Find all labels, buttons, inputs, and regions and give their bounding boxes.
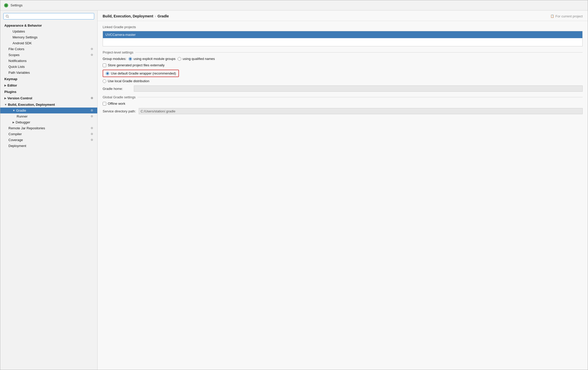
sidebar-item-scopes[interactable]: Scopes ⚙ xyxy=(0,52,97,58)
sidebar-item-notifications[interactable]: Notifications xyxy=(0,58,97,64)
main-header: Build, Execution, Deployment › Gradle 📋 … xyxy=(98,10,588,21)
store-files-text: Store generated project files externally xyxy=(108,63,165,67)
linked-projects-label: Linked Gradle projects xyxy=(103,25,583,29)
group-modules-row: Group modules: using explicit module gro… xyxy=(103,57,583,61)
sidebar-item-compiler[interactable]: Compiler ⚙ xyxy=(0,131,97,137)
gradle-home-row: Gradle home: xyxy=(103,86,583,92)
breadcrumb: Build, Execution, Deployment › Gradle xyxy=(103,14,169,18)
local-gradle-radio-input[interactable] xyxy=(103,79,106,83)
offline-checkbox[interactable] xyxy=(103,102,106,105)
sidebar-item-deployment[interactable]: Deployment xyxy=(0,143,97,149)
sidebar-item-memory-settings[interactable]: Memory Settings xyxy=(0,34,97,40)
breadcrumb-current: Gradle xyxy=(157,14,169,18)
sidebar-item-android-sdk[interactable]: Android SDK xyxy=(0,40,97,46)
search-icon xyxy=(6,15,9,18)
wrapper-radio-input[interactable] xyxy=(106,72,109,75)
radio-qualified-text: using qualified names xyxy=(183,57,215,61)
service-path-row: Service directory path: xyxy=(103,108,583,114)
gradle-home-input[interactable] xyxy=(134,86,583,92)
sidebar-item-coverage[interactable]: Coverage ⚙ xyxy=(0,137,97,143)
build-chevron-icon: ▼ xyxy=(4,103,7,106)
group-modules-label: Group modules: xyxy=(103,57,126,61)
wrapper-highlighted-row: Use default Gradle wrapper (recommended) xyxy=(103,70,179,77)
coverage-config-icon: ⚙ xyxy=(91,138,93,142)
radio-qualified-label[interactable]: using qualified names xyxy=(178,57,215,61)
linked-projects-box: UVCCamera-master xyxy=(103,31,583,46)
offline-row: Offline work xyxy=(103,102,583,105)
radio-explicit-text: using explicit module groups xyxy=(134,57,176,61)
settings-window: Settings Appearance & Behavior Updates M… xyxy=(0,0,588,370)
global-settings-label: Global Gradle settings xyxy=(103,95,583,99)
sidebar-section-version-control[interactable]: ▶ Version Control ⚙ xyxy=(0,95,97,101)
wrapper-radio-label[interactable]: Use default Gradle wrapper (recommended) xyxy=(106,71,176,75)
version-control-chevron-icon: ▶ xyxy=(4,97,6,100)
offline-text: Offline work xyxy=(108,102,125,105)
runner-config-icon: ⚙ xyxy=(91,115,93,118)
breadcrumb-parent: Build, Execution, Deployment xyxy=(103,14,153,18)
svg-line-3 xyxy=(8,17,9,18)
remote-jar-config-icon: ⚙ xyxy=(91,126,93,130)
sidebar-item-updates[interactable]: Updates xyxy=(0,28,97,34)
file-colors-config-icon: ⚙ xyxy=(91,47,93,51)
scopes-config-icon: ⚙ xyxy=(91,53,93,57)
main-panel: Build, Execution, Deployment › Gradle 📋 … xyxy=(98,10,588,370)
local-gradle-label[interactable]: Use local Gradle distribution xyxy=(103,79,149,83)
local-gradle-text: Use local Gradle distribution xyxy=(108,79,149,83)
service-path-input[interactable] xyxy=(139,108,583,114)
svg-point-1 xyxy=(5,4,7,6)
linked-project-item[interactable]: UVCCamera-master xyxy=(103,31,582,38)
service-path-label: Service directory path: xyxy=(103,109,136,113)
main-content: Linked Gradle projects UVCCamera-master … xyxy=(98,21,588,370)
compiler-config-icon: ⚙ xyxy=(91,132,93,136)
debugger-chevron-icon: ▶ xyxy=(13,121,15,124)
sidebar-item-path-variables[interactable]: Path Variables xyxy=(0,70,97,76)
sidebar-section-build[interactable]: ▼ Build, Execution, Deployment xyxy=(0,101,97,108)
sidebar-section-plugins[interactable]: Plugins xyxy=(0,88,97,95)
gradle-config-icon: ⚙ xyxy=(91,109,93,112)
sidebar-section-editor[interactable]: ▶ Editor xyxy=(0,82,97,88)
sidebar-section-appearance: Appearance & Behavior xyxy=(0,22,97,28)
store-files-row: Store generated project files externally xyxy=(103,63,583,67)
offline-label[interactable]: Offline work xyxy=(103,102,125,105)
sidebar-item-file-colors[interactable]: File Colors ⚙ xyxy=(0,46,97,52)
for-current-project: 📋 For current project xyxy=(550,14,583,18)
store-files-checkbox[interactable] xyxy=(103,64,106,67)
sidebar-item-quick-lists[interactable]: Quick Lists xyxy=(0,64,97,70)
version-control-config-icon: ⚙ xyxy=(91,97,93,100)
titlebar: Settings xyxy=(0,0,588,10)
sidebar: Appearance & Behavior Updates Memory Set… xyxy=(0,10,98,370)
radio-qualified-input[interactable] xyxy=(178,57,181,61)
sidebar-item-gradle[interactable]: ▼ Gradle ⚙ xyxy=(0,108,97,113)
local-gradle-row: Use local Gradle distribution xyxy=(103,79,583,83)
svg-point-2 xyxy=(6,15,8,17)
sidebar-item-remote-jar[interactable]: Remote Jar Repositories ⚙ xyxy=(0,125,97,131)
for-project-label: For current project xyxy=(555,14,583,18)
app-icon xyxy=(4,3,8,8)
sidebar-item-runner[interactable]: Runner ⚙ xyxy=(0,113,97,119)
store-files-label[interactable]: Store generated project files externally xyxy=(103,63,165,67)
sidebar-item-debugger[interactable]: ▶ Debugger xyxy=(0,119,97,125)
window-title: Settings xyxy=(10,3,23,7)
project-settings-label: Project-level settings xyxy=(103,50,583,54)
project-icon: 📋 xyxy=(550,14,554,18)
radio-explicit-label[interactable]: using explicit module groups xyxy=(129,57,176,61)
radio-explicit-input[interactable] xyxy=(129,57,132,61)
wrapper-radio-text: Use default Gradle wrapper (recommended) xyxy=(111,71,176,75)
sidebar-navigation: Appearance & Behavior Updates Memory Set… xyxy=(0,22,97,149)
content-area: Appearance & Behavior Updates Memory Set… xyxy=(0,10,588,370)
breadcrumb-separator: › xyxy=(155,14,156,18)
sidebar-section-keymap[interactable]: Keymap xyxy=(0,76,97,82)
search-box[interactable] xyxy=(3,13,94,19)
editor-chevron-icon: ▶ xyxy=(4,84,6,87)
gradle-home-label: Gradle home: xyxy=(103,87,131,91)
search-input[interactable] xyxy=(10,14,92,18)
gradle-chevron-icon: ▼ xyxy=(13,109,15,112)
